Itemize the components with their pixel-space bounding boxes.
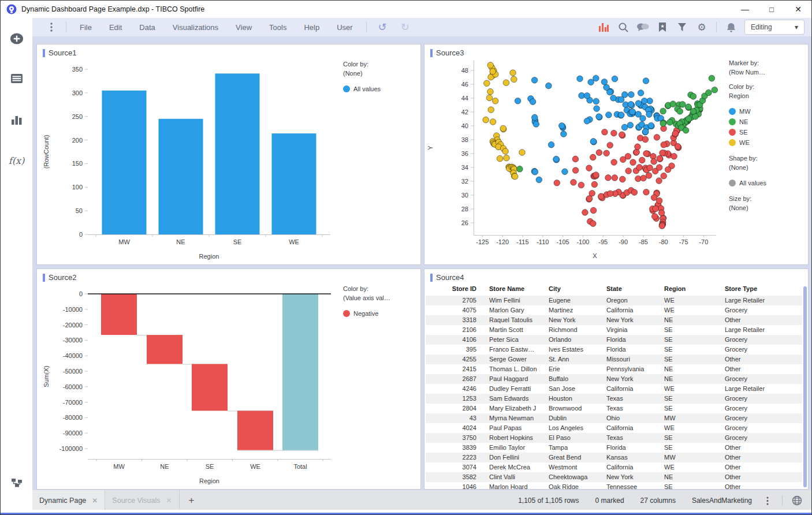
table-cell: Tampa	[549, 444, 604, 451]
search-icon[interactable]	[613, 20, 633, 35]
table-column-header-store-id[interactable]: Store ID	[430, 285, 476, 292]
settings-gear-icon[interactable]: ⚙	[692, 20, 712, 35]
visualization-types-icon[interactable]	[594, 20, 613, 35]
close-tab-icon[interactable]: ✕	[92, 497, 98, 505]
page-tab-source-visuals[interactable]: Source Visuals✕	[105, 490, 179, 511]
table-column-header-region[interactable]: Region	[664, 285, 716, 292]
legend-item-negative[interactable]: Negative	[343, 309, 390, 318]
table-column-header-store-type[interactable]: Store Type	[725, 285, 800, 292]
table-row[interactable]: 43Myrna NewmanDublinOhioMWGrocery	[426, 413, 802, 423]
page-tab-dynamic-page[interactable]: Dynamic Page✕	[32, 490, 105, 511]
color-by-value[interactable]: (Value axis val…	[343, 293, 390, 303]
menu-item-visualizations[interactable]: Visualizations	[164, 23, 227, 32]
data-canvas-icon[interactable]	[1, 477, 32, 488]
filters-icon[interactable]	[672, 20, 692, 35]
table-row[interactable]: 4075Marlon GaryMartinezCaliforniaWEGroce…	[426, 305, 802, 315]
source1-bar-chart-panel[interactable]: Source1 050100150200250300350MWNESEWEReg…	[36, 44, 421, 265]
legend-item-all-values[interactable]: All values	[729, 178, 766, 188]
page-tab-label: Dynamic Page	[39, 497, 86, 505]
table-cell: California	[606, 424, 661, 431]
column-count-status[interactable]: 27 columns	[640, 497, 676, 505]
marker-by-value[interactable]: (Row Num…	[729, 68, 766, 77]
menu-item-help[interactable]: Help	[295, 23, 328, 32]
legend-item-we[interactable]: WE	[729, 138, 766, 147]
menu-item-data[interactable]: Data	[131, 23, 163, 32]
table-row[interactable]: 2223Don FelliniGreat BendKansasMWOther	[426, 453, 802, 462]
close-tab-icon[interactable]: ✕	[166, 497, 172, 505]
comments-icon[interactable]	[633, 20, 653, 35]
table-vertical-scrollbar[interactable]	[803, 286, 807, 487]
table-cell: Other	[725, 356, 800, 363]
redo-icon[interactable]: ↻	[394, 22, 416, 32]
table-row[interactable]: 2804Mary Elizabeth JBrownwoodTexasSEGroc…	[426, 404, 802, 413]
svg-text:-80: -80	[659, 238, 668, 245]
table-row[interactable]: 3750Robert HopkinsEl PasoTexasSEGrocery	[426, 433, 802, 443]
table-column-header-city[interactable]: City	[549, 285, 604, 292]
menu-item-tools[interactable]: Tools	[260, 23, 295, 32]
globe-icon[interactable]	[787, 493, 807, 508]
table-cell: 4106	[430, 336, 476, 343]
table-row[interactable]: 3582Clint ValliCheektowagaNew YorkNEOthe…	[426, 472, 802, 482]
row-count-status[interactable]: 1,105 of 1,105 rows	[518, 497, 579, 505]
legend-item-se[interactable]: SE	[729, 128, 766, 137]
shape-by-label: Shape by:	[729, 154, 766, 163]
table-column-header-state[interactable]: State	[606, 285, 661, 292]
close-button[interactable]: ✕	[785, 1, 811, 18]
table-row[interactable]: 3839Emilio TaylorTampaFloridaSEOther	[426, 443, 802, 453]
menu-item-file[interactable]: File	[71, 23, 100, 32]
size-by-value[interactable]: (None)	[729, 203, 766, 212]
source3-scatter-panel[interactable]: Source3 262830323436384042444648-125-120…	[424, 44, 809, 265]
table-column-header-store-name[interactable]: Store Name	[489, 285, 546, 292]
more-options-kebab-icon[interactable]	[42, 20, 61, 35]
editing-mode-dropdown[interactable]: Editing ▾	[744, 20, 804, 35]
minimize-button[interactable]: —	[732, 1, 758, 18]
table-cell: Dublin	[549, 415, 604, 421]
table-options-kebab-icon[interactable]	[758, 493, 777, 508]
table-row[interactable]: 4106Peter SicaOrlandoFloridaSEGrocery	[426, 335, 802, 345]
bookmarks-icon[interactable]: ★	[653, 20, 672, 35]
color-by-value[interactable]: (None)	[343, 69, 381, 78]
table-cell: Robert Hopkins	[489, 434, 546, 441]
data-panel-icon[interactable]	[1, 73, 32, 84]
undo-icon[interactable]: ↺	[371, 22, 394, 32]
legend-item-mw[interactable]: MW	[729, 107, 766, 116]
table-row[interactable]: 1046Marlon HoardOak RidgeTennesseeSEOthe…	[426, 482, 802, 490]
maximize-button[interactable]: □	[758, 1, 785, 18]
editing-mode-label: Editing	[751, 23, 772, 31]
source4-table-panel[interactable]: Source4 Store IDStore NameCityStateRegio…	[424, 268, 809, 490]
table-cell: Ohio	[606, 415, 661, 421]
menu-item-user[interactable]: User	[328, 23, 361, 32]
shape-by-value[interactable]: (None)	[729, 163, 766, 172]
svg-text:-80000: -80000	[63, 414, 83, 421]
data-table-name[interactable]: SalesAndMarketing	[692, 497, 752, 505]
marked-count-status[interactable]: 0 marked	[595, 497, 624, 505]
color-by-value[interactable]: Region	[729, 91, 766, 100]
functions-icon[interactable]: f(x)	[1, 155, 32, 166]
table-row[interactable]: 3074Derek McCreaWestmontCaliforniaWEOthe…	[426, 462, 802, 472]
notifications-bell-icon[interactable]	[721, 20, 741, 35]
table-row[interactable]: 2705Wim FelliniEugeneOregonWELarge Retai…	[426, 296, 802, 305]
legend-item-all-values[interactable]: All values	[343, 84, 381, 94]
table-row[interactable]: 3318Raquel TatoulisNew YorkNew YorkNEOth…	[426, 315, 802, 325]
table-row[interactable]: 4255Serge GowerSt. AnnMissouriSEOther	[426, 354, 802, 364]
table-row[interactable]: 395Franco Eastw…Ives EstatesFloridaSEGro…	[426, 345, 802, 354]
table-row[interactable]: 2106Martin ScottRichmondVirginiaSELarge …	[426, 325, 802, 335]
add-content-icon[interactable]	[1, 32, 32, 46]
add-page-button[interactable]: +	[180, 495, 204, 506]
menu-item-view[interactable]: View	[227, 23, 260, 32]
source2-waterfall-panel[interactable]: Source2 0-10000-20000-30000-40000-50000-…	[36, 268, 421, 490]
table-cell: Sam Edwards	[489, 395, 546, 402]
menu-item-edit[interactable]: Edit	[100, 23, 131, 32]
legend-color-swatch	[343, 85, 350, 92]
panel-accent-bar	[43, 274, 45, 282]
table-row[interactable]: 4024Paul PapasLos AngelesCaliforniaWEGro…	[426, 423, 802, 433]
table-cell: New York	[606, 473, 661, 480]
visualization-panel-icon[interactable]	[1, 115, 32, 125]
table-row[interactable]: 2415Thomas L. DillonEriePennsylvaniaNEOt…	[426, 364, 802, 374]
table-cell: Buffalo	[549, 375, 604, 382]
table-row[interactable]: 4246Dudley FerrattiSan JoseCaliforniaWEL…	[426, 384, 802, 394]
svg-text:Total: Total	[293, 463, 307, 470]
table-row[interactable]: 2687Paul HaggardBuffaloNew YorkNEGrocery	[426, 374, 802, 384]
table-row[interactable]: 1253Sam EdwardsHoustonTexasSEGrocery	[426, 394, 802, 404]
legend-item-ne[interactable]: NE	[729, 117, 766, 126]
